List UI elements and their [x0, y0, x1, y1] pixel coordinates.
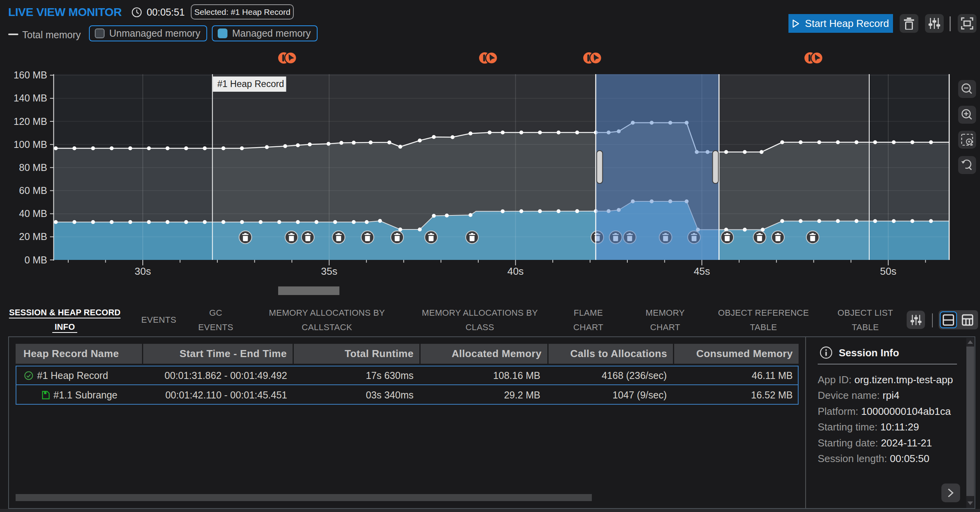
svg-text:50s: 50s — [880, 265, 897, 277]
svg-text:80 MB: 80 MB — [19, 162, 47, 173]
svg-text:35s: 35s — [321, 265, 337, 277]
svg-text:40s: 40s — [507, 265, 524, 277]
svg-text:120 MB: 120 MB — [14, 116, 47, 127]
svg-text:30s: 30s — [135, 265, 151, 277]
svg-text:160 MB: 160 MB — [14, 69, 47, 80]
svg-text:0 MB: 0 MB — [25, 254, 47, 265]
svg-text:140 MB: 140 MB — [14, 92, 47, 103]
svg-text:40 MB: 40 MB — [19, 208, 47, 219]
svg-text:45s: 45s — [694, 265, 710, 277]
svg-text:100 MB: 100 MB — [14, 139, 47, 150]
svg-text:20 MB: 20 MB — [19, 231, 47, 242]
svg-text:60 MB: 60 MB — [19, 185, 47, 196]
svg-text:#1 Heap Record: #1 Heap Record — [217, 79, 284, 89]
